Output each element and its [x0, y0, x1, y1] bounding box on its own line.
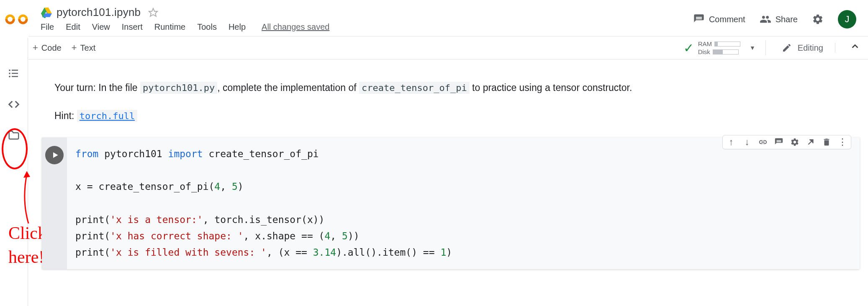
text-mid: , complete the implementation of — [217, 82, 359, 93]
hint-link[interactable]: torch.full — [77, 110, 137, 122]
comment-label: Comment — [709, 15, 745, 24]
delete-cell-icon[interactable] — [822, 137, 832, 147]
move-cell-down-icon[interactable]: ↓ — [742, 137, 752, 147]
code-cell[interactable]: from pytorch101 import create_tensor_of_… — [42, 137, 860, 269]
ram-label: RAM — [698, 40, 712, 47]
avatar[interactable]: J — [838, 10, 856, 29]
menu-file[interactable]: File — [41, 22, 54, 32]
disk-bar — [713, 49, 739, 54]
share-label: Share — [776, 15, 798, 24]
svg-marker-15 — [23, 171, 30, 178]
menu-help[interactable]: Help — [229, 22, 246, 32]
sidebar-divider — [28, 38, 28, 306]
menu-tools[interactable]: Tools — [197, 22, 217, 32]
annotation-arrow — [21, 171, 38, 226]
connection-status[interactable]: ✓ RAM Disk ▼ — [683, 40, 766, 55]
cell-comment-icon[interactable] — [774, 137, 784, 147]
run-cell-button[interactable] — [45, 146, 64, 164]
check-icon: ✓ — [683, 41, 694, 55]
code-snippets-icon[interactable] — [8, 98, 20, 111]
hint-prefix: Hint: — [54, 110, 77, 121]
editing-mode-button[interactable]: Editing — [770, 43, 835, 53]
link-cell-icon[interactable] — [758, 137, 768, 147]
menu-edit[interactable]: Edit — [66, 22, 80, 32]
svg-marker-17 — [53, 153, 58, 158]
inline-code-funcname: create_tensor_of_pi — [359, 82, 470, 94]
cell-actions-toolbar: ↑ ↓ ⋮ — [722, 135, 851, 149]
comment-button[interactable]: Comment — [693, 13, 745, 25]
text-prefix: Your turn: In the file — [54, 82, 140, 93]
notebook-title[interactable]: pytorch101.ipynb — [56, 6, 141, 19]
more-cell-actions-icon[interactable]: ⋮ — [837, 137, 847, 147]
pencil-icon — [782, 43, 792, 53]
share-button[interactable]: Share — [760, 13, 798, 25]
text-suffix: to practice using a tensor constructor. — [470, 82, 632, 93]
files-icon[interactable] — [8, 129, 20, 142]
menu-runtime[interactable]: Runtime — [154, 22, 185, 32]
play-icon — [51, 151, 59, 159]
menu-view[interactable]: View — [92, 22, 110, 32]
drive-icon — [41, 7, 52, 18]
colab-logo[interactable] — [5, 8, 28, 31]
collapse-button[interactable] — [840, 42, 860, 54]
star-icon[interactable] — [148, 8, 158, 18]
move-cell-up-icon[interactable]: ↑ — [726, 137, 736, 147]
open-in-tab-icon[interactable] — [806, 137, 816, 147]
add-text-label: Text — [80, 43, 96, 53]
code-editor[interactable]: from pytorch101 import create_tensor_of_… — [67, 137, 860, 269]
inline-code-filename: pytorch101.py — [140, 82, 217, 94]
plus-icon: + — [33, 42, 38, 53]
add-code-label: Code — [41, 43, 62, 53]
text-cell: Your turn: In the file pytorch101.py, co… — [42, 63, 860, 132]
resource-dropdown-icon[interactable]: ▼ — [750, 44, 755, 51]
people-icon — [760, 13, 771, 25]
menu-insert[interactable]: Insert — [122, 22, 143, 32]
add-code-button[interactable]: + Code — [33, 42, 62, 53]
plus-icon: + — [72, 42, 77, 53]
add-text-button[interactable]: + Text — [72, 42, 96, 53]
cell-settings-icon[interactable] — [790, 137, 800, 147]
save-status[interactable]: All changes saved — [262, 22, 329, 32]
settings-icon[interactable] — [812, 13, 824, 25]
ram-bar — [714, 41, 740, 47]
disk-label: Disk — [698, 48, 710, 55]
chevron-up-icon — [850, 42, 860, 51]
editing-label: Editing — [798, 43, 823, 53]
table-of-contents-icon[interactable] — [8, 67, 20, 80]
comment-icon — [693, 13, 705, 25]
svg-marker-8 — [149, 8, 157, 16]
